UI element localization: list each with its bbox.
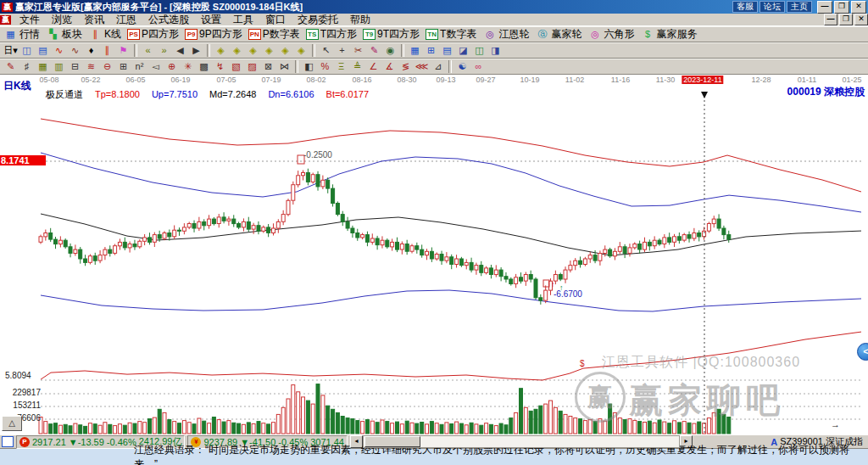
go-next-button-icon[interactable]: ▶ — [189, 44, 203, 57]
angle-left-tool-icon[interactable]: ◅ — [148, 60, 163, 73]
trend-zigzag-icon-icon[interactable]: ∿ — [52, 44, 66, 57]
scrollbar-track[interactable] — [363, 435, 680, 448]
pane-toggle-button[interactable]: △ — [2, 416, 22, 431]
menu-江恩[interactable]: 江恩 — [110, 13, 142, 27]
t-square-button-icon[interactable]: TS — [306, 29, 319, 40]
t-table-button-icon[interactable]: TN — [426, 29, 438, 40]
scrollbar-thumb[interactable] — [364, 436, 420, 447]
p-table-button-icon[interactable]: PN — [248, 29, 261, 40]
kline-button-label[interactable]: K线 — [104, 27, 121, 42]
winner-wheel-button-icon[interactable]: ⓐ — [535, 28, 549, 41]
gann-grid-tool-icon[interactable]: ▦ — [36, 60, 50, 73]
diamond-tool-1-icon[interactable]: ◈ — [214, 44, 228, 57]
title-link-客服[interactable]: 客服 — [732, 1, 758, 13]
wave-tool-icon[interactable]: ≋ — [84, 60, 98, 73]
lightning-tool-icon[interactable]: ↯ — [213, 60, 227, 73]
wedge-tool-icon[interactable]: ⊿ — [431, 60, 445, 73]
restore-button[interactable]: ❐ — [834, 1, 849, 14]
menu-交易委托[interactable]: 交易委托 — [292, 13, 344, 27]
n2-tool-icon[interactable]: n² — [132, 60, 147, 73]
cut-tool-icon[interactable]: ✂ — [351, 44, 365, 57]
shade-box-tool-icon[interactable]: ▩ — [197, 60, 211, 73]
quote-grid-icon[interactable] — [2, 436, 14, 447]
child-minimize-button[interactable]: — — [824, 14, 837, 25]
candle-style-dropdown-icon[interactable]: ♦ — [84, 44, 98, 57]
gann-box-tool-icon[interactable]: ▥ — [52, 60, 66, 73]
close-button[interactable]: ✕ — [851, 1, 866, 14]
star-tool-icon[interactable]: ✳ — [181, 60, 195, 73]
horizontal-scrollbar[interactable]: ◂ ▸ — [350, 436, 693, 447]
winner-wheel-button-label[interactable]: 赢家轮 — [551, 27, 581, 42]
9t-square-button-label[interactable]: 9T四方形 — [377, 27, 420, 42]
hatch-tool-1-icon[interactable]: ▧ — [229, 60, 243, 73]
calculator-icon-icon[interactable]: ⊞ — [424, 44, 438, 57]
target-tool-icon[interactable]: ⊕ — [164, 60, 179, 73]
minimize-button[interactable]: — — [817, 1, 832, 14]
bowtie-tool-icon[interactable]: ⋈ — [277, 60, 292, 73]
diamond-tool-2-icon[interactable]: ◈ — [230, 44, 244, 57]
save-icon-icon[interactable]: ◪ — [456, 44, 470, 57]
search-tool-icon[interactable]: ◉ — [383, 44, 398, 57]
menu-帮助[interactable]: 帮助 — [344, 13, 376, 27]
t-square-button-label[interactable]: T四方形 — [320, 27, 357, 42]
title-link-主页[interactable]: 主页 — [787, 1, 812, 13]
period-day-dropdown-icon[interactable]: 日▾ — [3, 44, 18, 57]
diamond-tool-6-icon[interactable]: ◈ — [294, 44, 309, 57]
p-table-button-label[interactable]: P数字表 — [263, 27, 300, 42]
diamond-tool-4-icon[interactable]: ◈ — [262, 44, 276, 57]
quote-sheet-icon-icon[interactable]: ▤ — [36, 44, 50, 57]
fan-tool-icon[interactable]: ⋘ — [415, 60, 429, 73]
trend-zigzag2-icon-icon[interactable]: ∿ — [68, 44, 82, 57]
gann-wheel-button-icon[interactable]: ◎ — [482, 28, 497, 41]
9t-square-button-icon[interactable]: T9 — [363, 29, 376, 40]
calendar-icon-icon[interactable]: ▦ — [408, 44, 422, 57]
pen-tool-icon[interactable]: ✎ — [3, 60, 18, 73]
grid-tool-2-icon[interactable]: ⊞ — [116, 60, 131, 73]
angle-tool-2-icon[interactable]: ∡ — [382, 60, 397, 73]
sectors-button-label[interactable]: 板块 — [62, 27, 82, 42]
hexagon-button-label[interactable]: 六角形 — [604, 27, 634, 42]
scroll-right-arrow[interactable]: → — [831, 419, 840, 429]
menu-浏览[interactable]: 浏览 — [46, 13, 78, 27]
draw-tool-icon[interactable]: ✎ — [367, 44, 381, 57]
half-box-tool-icon[interactable]: ◧ — [302, 60, 316, 73]
diamond-tool-5-icon[interactable]: ◈ — [278, 44, 292, 57]
t-table-button-label[interactable]: T数字表 — [440, 27, 476, 42]
menu-公式选股[interactable]: 公式选股 — [142, 13, 195, 27]
circle-tool-icon[interactable]: ⊖ — [100, 60, 114, 73]
levels-tool-icon[interactable]: Ξ — [334, 60, 348, 73]
import-icon-icon[interactable]: ◨ — [488, 44, 503, 57]
percent-tool-icon[interactable]: % — [318, 60, 332, 73]
child-close-button[interactable]: ✕ — [854, 14, 868, 25]
sectors-button-icon[interactable]: ▚ — [46, 28, 60, 41]
chart-window-icon-icon[interactable]: ◫ — [19, 44, 34, 57]
gann-wheel-button-label[interactable]: 江恩轮 — [498, 27, 529, 42]
notes-icon-icon[interactable]: ▤ — [440, 44, 454, 57]
hexagon-button-icon[interactable]: ◎ — [587, 28, 602, 41]
yinyang-icon-icon[interactable]: ☯ — [455, 60, 470, 73]
go-prev-button-icon[interactable]: ◀ — [173, 44, 187, 57]
p-square-button-label[interactable]: P四方形 — [142, 27, 179, 42]
export-icon-icon[interactable]: ◫ — [472, 44, 487, 57]
9p-square-button-icon[interactable]: P9 — [185, 29, 198, 40]
kline-red-icon-icon[interactable]: ∥ — [100, 44, 114, 57]
winner-service-button-icon[interactable]: $ — [640, 28, 654, 41]
menu-文件[interactable]: 文件 — [14, 13, 46, 27]
diamond-tool-3-icon[interactable]: ◈ — [246, 44, 260, 57]
delta-tool-icon[interactable]: ≜ — [350, 60, 364, 73]
ruler-tool-icon[interactable]: ⊟ — [68, 60, 82, 73]
child-restore-button[interactable]: ❐ — [839, 14, 853, 25]
menu-资讯[interactable]: 资讯 — [78, 13, 110, 27]
menu-设置[interactable]: 设置 — [195, 13, 227, 27]
infinity-icon-icon[interactable]: ∞ — [471, 60, 486, 73]
menu-窗口[interactable]: 窗口 — [259, 13, 292, 27]
kline-button-icon[interactable]: ∥ — [88, 28, 103, 41]
9p-square-button-label[interactable]: 9P四方形 — [199, 27, 242, 42]
crosshair-tool-icon[interactable]: + — [335, 44, 349, 57]
angle-tool-1-icon[interactable]: ∠ — [366, 60, 381, 73]
menu-工具[interactable]: 工具 — [227, 13, 259, 27]
go-last-button-icon[interactable]: » — [157, 44, 171, 57]
flag-icon-icon[interactable]: ⚑ — [116, 44, 131, 57]
title-link-论坛[interactable]: 论坛 — [760, 1, 785, 13]
box-x-tool-icon[interactable]: ⊠ — [261, 60, 275, 73]
